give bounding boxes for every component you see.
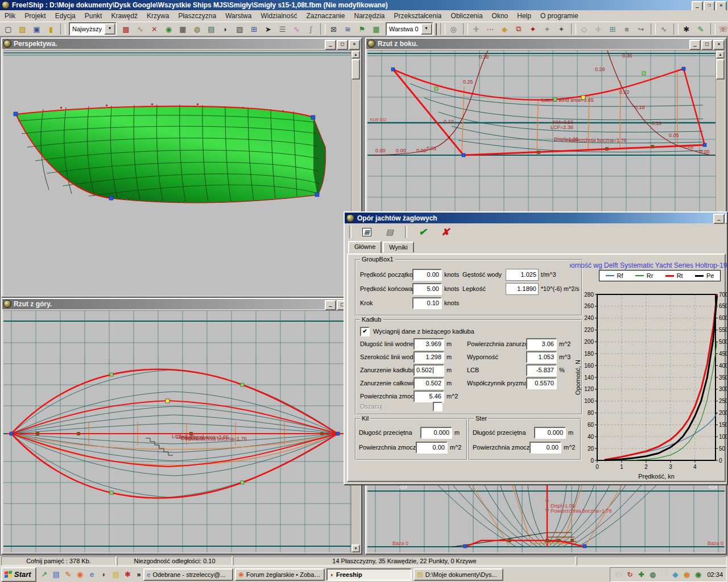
menu-item[interactable]: Warstwa: [221, 11, 256, 21]
dialog-titlebar[interactable]: Opór jachtów żaglowych _ □: [345, 213, 727, 223]
v-end-input[interactable]: 5.00: [412, 283, 442, 295]
flowlines-icon[interactable]: ∫: [304, 22, 318, 36]
menu-item[interactable]: Okno: [487, 11, 513, 21]
top-viewport[interactable]: LCB=2.38 Displ=1.08 Lateral wind area=3.…: [3, 310, 360, 552]
chevron-down-icon[interactable]: ▼: [421, 23, 432, 35]
precision-combo[interactable]: Najwyższy ▼: [69, 22, 117, 36]
lock-all-icon[interactable]: ✦: [555, 22, 569, 36]
separator[interactable]: [320, 23, 325, 35]
separator[interactable]: [651, 23, 656, 35]
scroll-thumb[interactable]: [351, 59, 360, 80]
save-file-icon[interactable]: ▣: [30, 22, 44, 36]
select-icon[interactable]: ➤: [261, 22, 275, 36]
separator[interactable]: [60, 23, 65, 35]
maximize-button[interactable]: □: [725, 214, 728, 224]
project-icon[interactable]: ◇: [577, 22, 592, 36]
hull-value-input[interactable]: 3.06: [526, 338, 557, 350]
layer-grid-icon[interactable]: ▦: [369, 22, 383, 36]
top-view-titlebar[interactable]: Rzut z góry. _ □ ✕: [2, 299, 361, 309]
task-button[interactable]: ◗ Freeship: [326, 568, 412, 581]
print-button[interactable]: ▤: [382, 226, 397, 238]
hull-value-input[interactable]: 0.5570: [526, 377, 557, 389]
split-edge-icon[interactable]: ⋯: [483, 22, 498, 36]
buttocks-icon[interactable]: ◗: [218, 22, 233, 36]
document-icon[interactable]: ▤: [51, 569, 61, 580]
hull-value-input[interactable]: -5.837: [526, 364, 557, 376]
scroll-down-icon[interactable]: ▼: [351, 544, 360, 552]
close-button[interactable]: ✕: [713, 40, 725, 50]
quicktime-tray-icon[interactable]: ◉: [693, 571, 702, 579]
density-input[interactable]: 1.025: [506, 269, 539, 281]
separator[interactable]: [463, 23, 468, 35]
notes-icon[interactable]: ✎: [694, 22, 708, 36]
keel-length-input[interactable]: 0.000: [420, 427, 452, 439]
rotate-icon[interactable]: ↪: [634, 22, 648, 36]
delete-icon[interactable]: ✕: [147, 22, 162, 36]
align-icon[interactable]: ✛: [592, 22, 606, 36]
scroll-up-icon[interactable]: ▲: [351, 51, 360, 59]
chevron-more-icon[interactable]: »: [136, 571, 142, 579]
layer-combo[interactable]: Warstwa 0 ▼: [386, 22, 433, 36]
temperature-widget[interactable]: -6°: [659, 571, 668, 579]
side-view-titlebar[interactable]: Rzut z boku. _ □ ✕: [366, 39, 726, 49]
minimize-button[interactable]: _: [689, 40, 701, 50]
menu-item[interactable]: Edycja: [51, 11, 80, 21]
phone-icon[interactable]: ☏: [717, 22, 728, 36]
tab-wyniki[interactable]: Wyniki: [383, 242, 413, 252]
menu-item[interactable]: Narzędzia: [349, 11, 389, 21]
diagonals-icon[interactable]: ▧: [233, 22, 247, 36]
extract-checkbox[interactable]: ✔: [360, 327, 370, 336]
curve-tool-icon[interactable]: ∿: [133, 22, 147, 36]
hull-value-input[interactable]: 1.298: [413, 351, 444, 363]
separator[interactable]: [440, 23, 445, 35]
snip-icon[interactable]: ✱: [123, 569, 133, 580]
background-image-icon[interactable]: ◎: [446, 22, 461, 36]
firefox-icon[interactable]: ◉: [75, 569, 85, 580]
freeship-icon[interactable]: ◗: [99, 569, 109, 580]
crosstable-icon[interactable]: ⊠: [326, 22, 341, 36]
menu-item[interactable]: Zaznaczanie: [301, 11, 349, 21]
stations-icon[interactable]: ◍: [190, 22, 204, 36]
lock-icon[interactable]: ✦: [526, 22, 540, 36]
chevron-down-icon[interactable]: ▼: [104, 23, 115, 35]
new-face-icon[interactable]: ◆: [498, 22, 512, 36]
menu-item[interactable]: Krzywa: [142, 11, 173, 21]
menu-item[interactable]: Widzialność: [256, 11, 301, 21]
intersections-icon[interactable]: ▩: [119, 22, 133, 36]
menu-item[interactable]: Projekt: [20, 11, 50, 21]
minimize-button[interactable]: _: [325, 300, 336, 310]
add-point-icon[interactable]: ✛: [469, 22, 483, 36]
develop-icon[interactable]: ≋: [341, 22, 355, 36]
menu-item[interactable]: Przekształcenia: [390, 11, 446, 21]
separator[interactable]: [571, 23, 576, 35]
dropbox-tray-icon[interactable]: ◆: [671, 571, 680, 579]
rudder-length-input[interactable]: 0.000: [534, 427, 566, 439]
rudder-area-input[interactable]: 0.00: [530, 442, 561, 454]
sections-icon[interactable]: ◉: [162, 22, 176, 36]
network-globe-icon[interactable]: ◍: [648, 571, 657, 579]
waterlines-icon[interactable]: ▤: [204, 22, 218, 36]
menu-item[interactable]: Punkt: [80, 11, 107, 21]
notes-icon[interactable]: ▤: [111, 569, 121, 580]
unlock-icon[interactable]: ✦: [540, 22, 555, 36]
ie-icon[interactable]: e: [87, 569, 97, 580]
task-button[interactable]: ▨ D:\Moje dokumenty\Dys...: [413, 568, 503, 581]
j-curve-icon[interactable]: ∿: [657, 22, 671, 36]
new-file-icon[interactable]: ▢: [1, 22, 15, 36]
hull-value-input[interactable]: 0.502: [413, 377, 444, 389]
menu-item[interactable]: Plik: [0, 11, 20, 21]
keel-area-input[interactable]: 0.00: [416, 442, 448, 454]
app-titlebar[interactable]: Free!Ship : D:\Moje dokumenty\Dysk Googl…: [0, 0, 728, 10]
close-button[interactable]: ✕: [349, 40, 360, 50]
curvature-icon[interactable]: ∿: [289, 22, 304, 36]
perspective-viewport[interactable]: ▲ ▼: [3, 50, 360, 296]
sync-tray-icon[interactable]: ↻: [625, 571, 634, 579]
report-button[interactable]: ▦: [359, 226, 374, 238]
ok-button[interactable]: ✔: [415, 226, 430, 238]
antivirus-tray-icon[interactable]: ✚: [636, 571, 646, 579]
menu-item[interactable]: Krawędź: [106, 11, 142, 21]
perspective-titlebar[interactable]: Perspektywa. _ □ ✕: [2, 39, 361, 49]
cancel-button[interactable]: ✘: [438, 226, 453, 238]
opera-tray-icon[interactable]: ◉: [682, 571, 691, 579]
hull-value-input[interactable]: 3.969: [413, 338, 444, 350]
